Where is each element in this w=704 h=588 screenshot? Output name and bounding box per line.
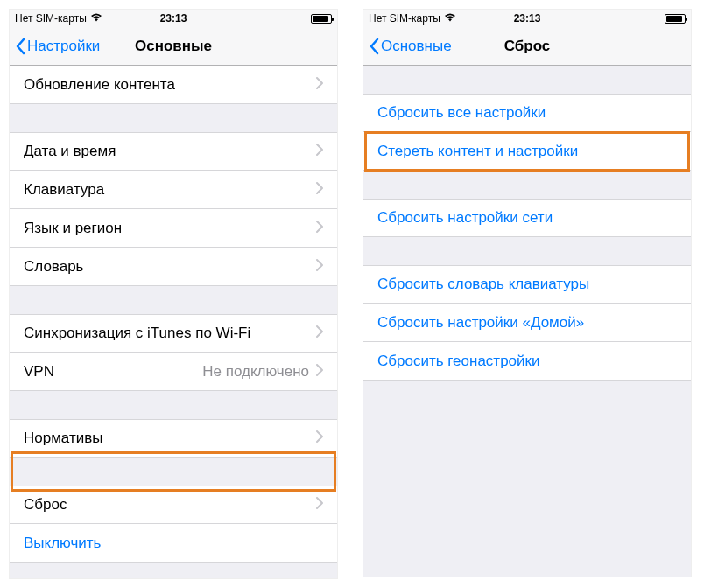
row-date-time[interactable]: Дата и время [10,132,337,171]
row-label: VPN [24,363,202,381]
row-label: Словарь [24,258,316,276]
chevron-right-icon [316,496,323,514]
row-itunes-wifi[interactable]: Синхронизация с iTunes по Wi-Fi [10,314,337,353]
row-reset-network[interactable]: Сбросить настройки сети [363,199,691,237]
status-time: 23:13 [514,12,541,24]
row-reset-home[interactable]: Сбросить настройки «Домой» [363,304,691,342]
row-label: Клавиатура [24,181,316,199]
carrier-text: Нет SIM-карты [369,12,440,24]
status-time: 23:13 [160,12,187,24]
back-label: Основные [381,38,452,55]
row-label: Синхронизация с iTunes по Wi-Fi [24,325,316,342]
chevron-right-icon [316,76,323,94]
nav-bar: Настройки Основные [10,27,337,66]
status-bar: Нет SIM-карты 23:13 [10,10,337,27]
chevron-right-icon [316,220,323,237]
row-erase-content-settings[interactable]: Стереть контент и настройки [363,132,691,171]
chevron-right-icon [316,363,323,381]
row-label: Обновление контента [24,76,316,94]
row-label: Нормативы [24,430,316,447]
row-shutdown[interactable]: Выключить [10,524,337,563]
row-dictionary[interactable]: Словарь [10,248,337,286]
row-label: Стереть контент и настройки [377,143,677,160]
row-label: Сбросить геонастройки [377,353,677,370]
battery-icon [311,14,332,24]
settings-general-screen: Нет SIM-карты 23:13 Настройки Основные О… [9,9,338,579]
row-reset-keyboard-dictionary[interactable]: Сбросить словарь клавиатуры [363,265,691,304]
status-bar: Нет SIM-карты 23:13 [363,10,691,27]
chevron-right-icon [316,143,323,160]
row-label: Сбросить настройки сети [377,209,677,227]
row-reset[interactable]: Сброс [10,486,337,524]
nav-bar: Основные Сброс [363,27,691,66]
back-button[interactable]: Настройки [10,38,100,55]
row-label: Сбросить все настройки [377,104,677,122]
carrier-text: Нет SIM-карты [15,12,87,24]
row-label: Дата и время [24,143,316,160]
row-label: Выключить [24,535,323,552]
chevron-left-icon [369,38,379,55]
row-reset-location[interactable]: Сбросить геонастройки [363,342,691,381]
chevron-right-icon [316,325,323,342]
row-vpn[interactable]: VPN Не подключено [10,353,337,391]
row-label: Сброс [24,496,316,514]
row-regulatory[interactable]: Нормативы [10,419,337,458]
row-label: Язык и регион [24,220,316,237]
row-keyboard[interactable]: Клавиатура [10,171,337,209]
row-value: Не подключено [202,363,309,381]
chevron-right-icon [316,181,323,199]
back-label: Настройки [27,38,100,55]
nav-title: Сброс [504,38,551,55]
chevron-left-icon [15,38,25,55]
nav-title: Основные [135,38,212,55]
row-content-update[interactable]: Обновление контента [10,66,337,104]
battery-icon [665,14,686,24]
wifi-icon [90,12,102,24]
back-button[interactable]: Основные [363,38,452,55]
chevron-right-icon [316,258,323,276]
row-reset-all-settings[interactable]: Сбросить все настройки [363,94,691,132]
wifi-icon [444,12,456,24]
settings-reset-screen: Нет SIM-карты 23:13 Основные Сброс Сброс… [363,9,692,578]
row-language-region[interactable]: Язык и регион [10,209,337,248]
row-label: Сбросить словарь клавиатуры [377,276,677,293]
chevron-right-icon [316,430,323,447]
row-label: Сбросить настройки «Домой» [377,314,677,332]
